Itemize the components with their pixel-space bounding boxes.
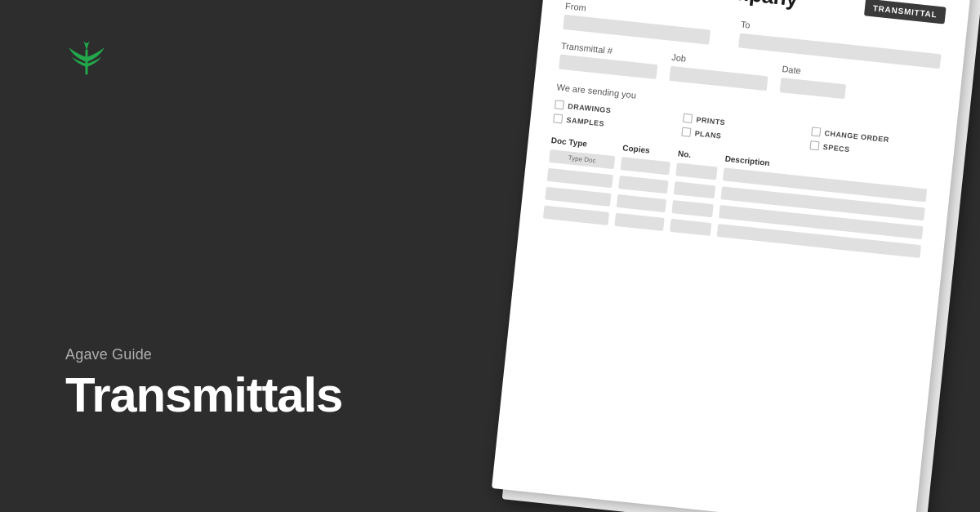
checkbox-change-order-label: CHANGE ORDER (824, 129, 889, 144)
checkbox-drawings-label: DRAWINGS (568, 101, 612, 114)
transmittal-group: Transmittal # (559, 41, 659, 79)
checkbox-drawings-box (555, 100, 564, 109)
logo-container (65, 39, 108, 78)
copies-cell-2 (618, 176, 668, 194)
document-form: Construction Company TRANSMITTAL From To… (492, 0, 972, 512)
checkbox-plans-label: PLANS (694, 129, 722, 140)
document-wrapper: Construction Company TRANSMITTAL From To… (488, 0, 980, 512)
agave-logo-icon (65, 39, 108, 75)
checkbox-specs-label: SPECS (822, 142, 850, 153)
type-doc-label-1: Type Doc (568, 154, 596, 164)
date-input (780, 78, 846, 99)
doctype-cell-3 (545, 187, 611, 207)
copies-cell-4 (614, 213, 664, 231)
no-cell-4 (670, 219, 711, 236)
checkbox-samples-label: SAMPLES (566, 115, 604, 127)
from-group: From (563, 1, 728, 47)
checkbox-prints-label: PRINTS (696, 115, 726, 127)
checkbox-samples-box (553, 114, 563, 123)
no-cell-2 (674, 181, 715, 198)
doctype-cell-1: Type Doc (549, 149, 615, 169)
checkbox-change-order-box (811, 127, 821, 136)
copies-cell-1 (621, 157, 670, 175)
doctype-cell-2 (547, 168, 613, 188)
transmittal-badge: TRANSMITTAL (864, 0, 947, 24)
no-cell-3 (671, 200, 713, 217)
doctype-cell-4 (543, 206, 609, 225)
job-group: Job (669, 52, 769, 91)
col-header-doctype: Doc Type (550, 136, 617, 151)
checkbox-prints-box (683, 114, 693, 123)
checkbox-specs-box (809, 140, 819, 150)
col-header-no: No. (678, 149, 719, 162)
copies-cell-3 (617, 194, 666, 212)
col-header-copies: Copies (622, 143, 672, 157)
to-group: To (738, 20, 942, 69)
main-title: Transmittals (65, 368, 342, 422)
guide-label: Agave Guide (65, 346, 342, 363)
checkbox-plans-box (681, 127, 691, 137)
no-cell-1 (675, 163, 717, 180)
date-group: Date (780, 64, 848, 99)
left-content: Agave Guide Transmittals (65, 346, 342, 422)
